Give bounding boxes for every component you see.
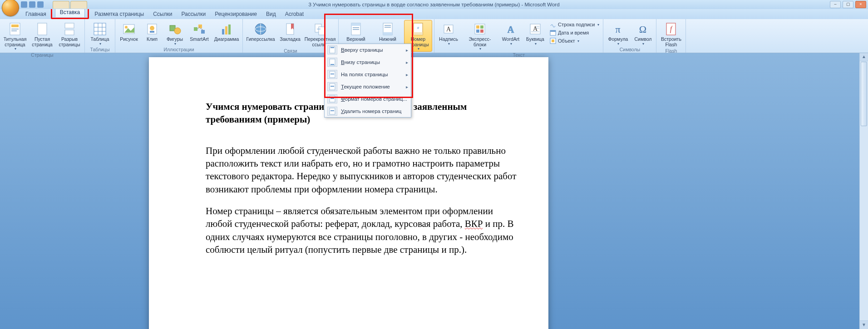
qat-save-icon[interactable] (21, 1, 27, 8)
svg-rect-34 (319, 27, 325, 35)
scroll-up-button[interactable]: ▲ (860, 53, 868, 61)
page-number-option-icon (327, 94, 337, 103)
svg-rect-60 (550, 30, 556, 32)
cover-page-button[interactable]: Титульная страница▾ (2, 20, 28, 52)
picture-label: Рисунок (120, 37, 138, 42)
object-icon (550, 38, 556, 44)
vertical-scrollbar[interactable]: ▲ ▼ (859, 53, 868, 329)
browser-tab[interactable] (70, 1, 87, 9)
smartart-label: SmartArt (190, 37, 208, 42)
object-button[interactable]: Объект▾ (548, 37, 601, 44)
symbol-icon: Ω (636, 22, 650, 36)
chevron-down-icon: ▾ (418, 47, 419, 51)
group-pages: Титульная страница▾ Пустая страница Разр… (0, 19, 85, 53)
textbox-label: Надпись (439, 37, 458, 42)
dropdown-item-1[interactable]: Внизу страницы▸ (325, 56, 411, 68)
titlebar: 3 Учимся нумеровать страницы в ворде сог… (0, 0, 868, 9)
chart-button[interactable]: Диаграмма (212, 20, 241, 43)
qat-redo-icon[interactable] (37, 1, 44, 8)
calendar-icon (550, 29, 556, 36)
signature-icon (550, 21, 556, 28)
signature-line-button[interactable]: Строка подписи▾ (548, 21, 601, 28)
bookmark-icon (283, 22, 297, 36)
tab-home[interactable]: Главная (21, 10, 51, 19)
bookmark-label: Закладка (280, 37, 301, 42)
textbox-button[interactable]: A Надпись▾ (436, 20, 461, 46)
equation-button[interactable]: π Формула▾ (605, 20, 631, 46)
dropdown-item-2[interactable]: На полях страницы▸ (325, 68, 411, 80)
quickparts-button[interactable]: Экспресс-блоки▾ (462, 20, 498, 52)
maximize-button[interactable]: ▢ (843, 1, 853, 8)
hyperlink-button[interactable]: Гиперссылка (245, 20, 276, 43)
chart-icon (220, 22, 233, 36)
crossref-icon (313, 22, 327, 36)
clipart-icon (145, 22, 159, 36)
svg-rect-36 (351, 23, 360, 26)
quickparts-label: Экспресс-блоки (463, 37, 497, 47)
group-tables: Таблица▾ Таблицы (85, 19, 115, 53)
symbol-button[interactable]: Ω Символ▾ (631, 20, 654, 46)
tab-view[interactable]: Вид (261, 10, 281, 19)
svg-text:#: # (417, 26, 419, 30)
symbol-label: Символ (635, 37, 652, 42)
chevron-down-icon: ▾ (510, 42, 512, 46)
table-button[interactable]: Таблица▾ (87, 20, 113, 46)
svg-rect-5 (65, 23, 74, 28)
group-symbols-label: Символы (605, 46, 654, 53)
minimize-button[interactable]: – (830, 1, 841, 8)
dropdown-item-4[interactable]: Формат номеров страниц... (325, 93, 411, 105)
browser-tabs (53, 1, 87, 9)
tab-references[interactable]: Ссылки (148, 10, 177, 19)
dropdown-item-5[interactable]: Удалить номера страниц (325, 105, 411, 117)
smartart-button[interactable]: SmartArt (187, 20, 212, 43)
chevron-down-icon: ▾ (448, 42, 450, 46)
svg-rect-52 (480, 29, 483, 33)
scroll-down-button[interactable]: ▼ (860, 320, 868, 329)
svg-line-24 (200, 28, 203, 30)
signature-line-label: Строка подписи (558, 22, 595, 27)
datetime-button[interactable]: Дата и время (548, 29, 601, 36)
close-button[interactable]: × (855, 1, 866, 8)
svg-rect-20 (194, 27, 197, 31)
chevron-down-icon: ▾ (535, 42, 537, 46)
browser-tab[interactable] (53, 1, 69, 9)
tab-review[interactable]: Рецензирование (210, 10, 261, 19)
dropdown-item-0[interactable]: Вверху страницы▸ (325, 44, 411, 56)
page-number-option-icon (327, 107, 337, 116)
blank-page-button[interactable]: Пустая страница (29, 20, 55, 48)
group-links-label: Связи (245, 48, 336, 54)
svg-text:A: A (446, 26, 451, 33)
dropdown-item-3[interactable]: Текущее положение▸ (325, 80, 411, 93)
picture-button[interactable]: Рисунок (117, 20, 141, 43)
cover-page-icon (8, 22, 22, 36)
group-flash-label: Flash (658, 48, 684, 54)
group-text-label: Текст (436, 52, 601, 58)
clipart-label: Клип (147, 37, 158, 42)
chevron-down-icon: ▾ (617, 42, 619, 46)
tab-acrobat[interactable]: Acrobat (281, 10, 308, 19)
page-break-button[interactable]: Разрыв страницы (56, 20, 83, 48)
clipart-button[interactable]: Клип (142, 20, 163, 43)
svg-rect-76 (330, 98, 334, 99)
dropcap-icon: A (528, 22, 542, 36)
flash-button[interactable]: f Встроить Flash (658, 20, 684, 48)
object-label: Объект (558, 38, 575, 44)
scroll-thumb[interactable] (861, 62, 867, 126)
shapes-button[interactable]: Фигуры▾ (163, 20, 186, 46)
equation-label: Формула (608, 37, 628, 42)
dropdown-item-label: Формат номеров страниц... (341, 96, 408, 102)
svg-rect-6 (65, 30, 74, 35)
footer-icon (381, 22, 395, 36)
dropdown-item-label: Удалить номера страниц (341, 108, 408, 114)
bookmark-button[interactable]: Закладка (277, 20, 303, 43)
quick-access-toolbar (21, 1, 44, 8)
shapes-icon (168, 22, 182, 36)
tab-mailings[interactable]: Рассылки (177, 10, 210, 19)
qat-undo-icon[interactable] (29, 1, 35, 8)
wordart-button[interactable]: A WordArt▾ (499, 20, 523, 46)
svg-rect-2 (11, 29, 19, 29)
page-number-option-icon (327, 58, 337, 67)
page-number-option-icon (327, 82, 337, 91)
dropcap-button[interactable]: A Буквица▾ (523, 20, 547, 46)
tab-page-layout[interactable]: Разметка страницы (90, 10, 148, 19)
